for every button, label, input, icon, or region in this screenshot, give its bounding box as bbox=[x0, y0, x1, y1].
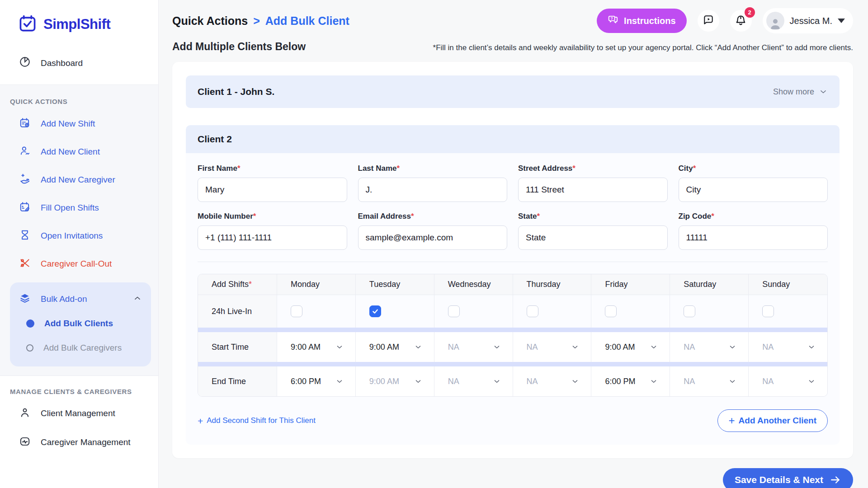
sidebar-item-open-invitations[interactable]: Open Invitations bbox=[0, 222, 158, 250]
chevron-down-icon bbox=[493, 377, 501, 385]
client-2-title: Client 2 bbox=[198, 134, 232, 145]
sidebar-item-add-new-caregiver[interactable]: Add New Caregiver bbox=[0, 166, 158, 194]
chevron-up-icon[interactable] bbox=[133, 294, 142, 305]
add-another-client-button[interactable]: + Add Another Client bbox=[717, 409, 828, 432]
sidebar-item-label: Bulk Add-on bbox=[41, 294, 87, 304]
live-in-checkbox-tuesday[interactable] bbox=[369, 305, 381, 317]
client-1-header[interactable]: Client 1 - John S. Show more bbox=[186, 75, 840, 108]
state-input[interactable] bbox=[518, 225, 668, 250]
question-chat-icon: ? bbox=[608, 14, 619, 28]
breadcrumb-current: Add Bulk Client bbox=[265, 14, 349, 28]
city-input[interactable] bbox=[679, 178, 828, 202]
person-icon bbox=[19, 407, 31, 421]
start-time-dropdown-wednesday[interactable]: NA bbox=[434, 332, 513, 362]
show-more-label: Show more bbox=[773, 87, 814, 97]
save-details-button[interactable]: Save Details & Next bbox=[723, 468, 853, 488]
user-name: Jessica M. bbox=[790, 16, 832, 26]
arrow-right-icon bbox=[830, 474, 841, 486]
manage-section: MANAGE CLIENTS & CAREGIVERS Client Manag… bbox=[0, 376, 158, 457]
breadcrumb-parent[interactable]: Quick Actions bbox=[172, 14, 248, 28]
city-field: City* bbox=[679, 164, 828, 202]
sidebar-item-add-new-shift[interactable]: Add New Shift bbox=[0, 110, 158, 138]
sidebar-item-add-new-client[interactable]: Add New Client bbox=[0, 138, 158, 166]
live-in-checkbox-wednesday[interactable] bbox=[448, 305, 460, 317]
add-second-shift-link[interactable]: + Add Second Shift for This Client bbox=[198, 416, 316, 426]
sidebar-item-label: Add New Caregiver bbox=[41, 175, 115, 185]
required-mark: * bbox=[537, 212, 540, 221]
show-more-button[interactable]: Show more bbox=[773, 87, 828, 97]
bulk-add-on-group: Bulk Add-on Add Bulk Clients Add Bulk Ca… bbox=[10, 282, 151, 366]
chat-button[interactable] bbox=[698, 10, 719, 32]
email-address-input[interactable] bbox=[358, 225, 508, 250]
live-in-row: 24h Live-In bbox=[198, 295, 827, 328]
street-address-input[interactable] bbox=[518, 178, 668, 202]
zip-code-input[interactable] bbox=[679, 225, 828, 250]
day-header-wednesday: Wednesday bbox=[434, 274, 513, 295]
sidebar-item-fill-open-shifts[interactable]: Fill Open Shifts bbox=[0, 194, 158, 222]
last-name-label: Last Name* bbox=[358, 164, 508, 173]
end-time-dropdown-friday[interactable]: 6:00 PM bbox=[591, 366, 670, 396]
chevron-down-icon bbox=[571, 343, 579, 351]
sidebar-item-add-bulk-clients[interactable]: Add Bulk Clients bbox=[10, 311, 151, 336]
brand-logo: SimplShift bbox=[0, 0, 158, 35]
email-address-field: Email Address* bbox=[358, 212, 508, 250]
mobile-number-label: Mobile Number* bbox=[198, 212, 347, 221]
sidebar-item-caregiver-management[interactable]: Caregiver Management bbox=[0, 428, 158, 457]
mobile-number-input[interactable] bbox=[198, 225, 347, 250]
live-in-checkbox-thursday[interactable] bbox=[527, 305, 538, 317]
calendar-plus-icon bbox=[19, 117, 31, 131]
sidebar-item-dashboard[interactable]: Dashboard bbox=[19, 56, 158, 70]
required-mark: * bbox=[572, 164, 576, 173]
chevron-down-icon bbox=[650, 377, 658, 385]
sidebar-item-add-bulk-caregivers[interactable]: Add Bulk Caregivers bbox=[10, 336, 151, 360]
client-1-title: Client 1 - John S. bbox=[198, 86, 274, 97]
top-bar: Quick Actions > Add Bulk Client ? Instru… bbox=[172, 8, 853, 33]
live-in-checkbox-saturday[interactable] bbox=[684, 305, 695, 317]
chevron-down-icon bbox=[414, 377, 422, 385]
live-in-checkbox-monday[interactable] bbox=[291, 305, 302, 317]
first-name-input[interactable] bbox=[198, 178, 347, 202]
live-in-checkbox-sunday[interactable] bbox=[762, 305, 774, 317]
start-time-dropdown-sunday[interactable]: NA bbox=[749, 332, 827, 362]
last-name-field: Last Name* bbox=[358, 164, 508, 202]
start-time-dropdown-friday[interactable]: 9:00 AM bbox=[591, 332, 670, 362]
state-label: State* bbox=[518, 212, 668, 221]
required-mark: * bbox=[711, 212, 714, 221]
last-name-input[interactable] bbox=[358, 178, 508, 202]
end-time-dropdown-wednesday[interactable]: NA bbox=[434, 366, 513, 396]
sidebar-item-label: Add Bulk Clients bbox=[44, 319, 113, 328]
chevron-down-icon bbox=[807, 377, 816, 385]
chevron-down-icon bbox=[650, 343, 658, 351]
chevron-down-icon bbox=[838, 19, 845, 23]
notifications-button[interactable]: 2 bbox=[730, 10, 752, 32]
start-time-dropdown-monday[interactable]: 9:00 AM bbox=[277, 332, 356, 362]
calendar-edit-icon bbox=[19, 201, 31, 215]
end-time-dropdown-saturday[interactable]: NA bbox=[670, 366, 749, 396]
chevron-down-icon bbox=[335, 377, 344, 385]
header-actions: ? Instructions 2 Jessica M. bbox=[597, 8, 853, 33]
user-menu[interactable]: Jessica M. bbox=[763, 8, 853, 33]
instructions-button[interactable]: ? Instructions bbox=[597, 9, 686, 33]
start-time-dropdown-saturday[interactable]: NA bbox=[670, 332, 749, 362]
chevron-down-icon bbox=[571, 377, 579, 385]
end-time-dropdown-monday[interactable]: 6:00 PM bbox=[277, 366, 356, 396]
sidebar-item-bulk-add-on[interactable]: Bulk Add-on bbox=[10, 287, 151, 311]
city-label: City* bbox=[679, 164, 828, 173]
end-time-dropdown-sunday[interactable]: NA bbox=[749, 366, 827, 396]
breadcrumb-separator: > bbox=[253, 14, 260, 28]
add-shifts-header-cell: Add Shifts* bbox=[198, 274, 277, 295]
end-time-dropdown-tuesday[interactable]: 9:00 AM bbox=[356, 366, 434, 396]
brand-name: SimplShift bbox=[43, 16, 110, 33]
end-time-dropdown-thursday[interactable]: NA bbox=[513, 366, 592, 396]
live-in-label: 24h Live-In bbox=[198, 295, 277, 328]
end-time-row: End Time 6:00 PM 9:00 AM NA NA 6:00 PM N… bbox=[198, 366, 827, 396]
live-in-checkbox-friday[interactable] bbox=[605, 305, 617, 317]
start-time-dropdown-tuesday[interactable]: 9:00 AM bbox=[356, 332, 434, 362]
sidebar-item-client-management[interactable]: Client Management bbox=[0, 399, 158, 428]
start-time-dropdown-thursday[interactable]: NA bbox=[513, 332, 592, 362]
sidebar-item-caregiver-call-out[interactable]: Caregiver Call-Out bbox=[0, 250, 158, 278]
client-actions-row: + Add Second Shift for This Client + Add… bbox=[198, 409, 828, 432]
day-header-sunday: Sunday bbox=[749, 274, 827, 295]
zip-code-field: Zip Code* bbox=[679, 212, 828, 250]
day-header-monday: Monday bbox=[277, 274, 356, 295]
